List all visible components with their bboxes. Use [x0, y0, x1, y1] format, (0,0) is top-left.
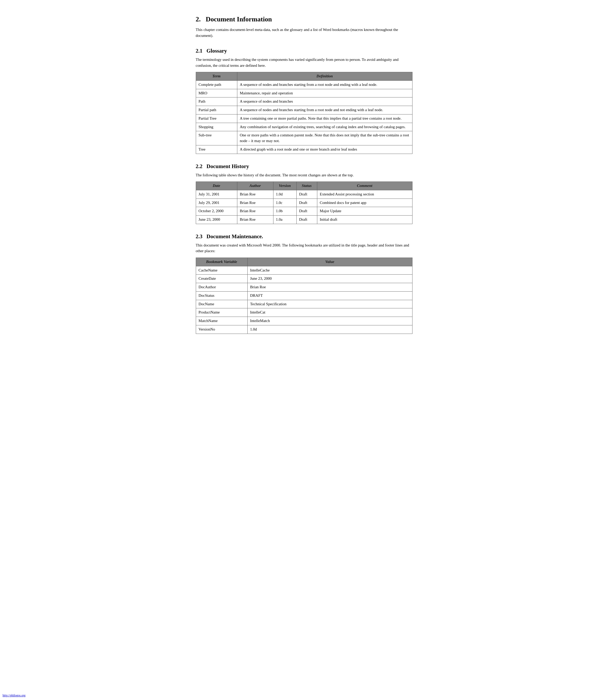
table-row: ShoppingAny combination of navigation of…	[196, 123, 412, 131]
glossary-subsection-title: Glossary	[207, 48, 227, 54]
bookmark-value: June 23, 2000	[247, 275, 412, 283]
history-col-version: Version	[273, 182, 297, 190]
table-row: VersionNo1.0d	[196, 325, 412, 334]
glossary-subsection-number: 2.1	[196, 48, 203, 54]
history-comment: Initial draft	[317, 216, 412, 224]
glossary-definition: One or more paths with a common parent n…	[237, 131, 412, 145]
glossary-table-header-row: Term Definition	[196, 72, 412, 81]
section-title: Document Information	[206, 16, 272, 23]
maintenance-heading: 2.3 Document Maintenance.	[196, 233, 413, 240]
history-status: Draft	[297, 207, 317, 216]
table-row: ProductNameIntelleCat	[196, 308, 412, 317]
history-author: Brian Roe	[237, 190, 273, 198]
history-subsection-title: Document History	[207, 163, 249, 169]
bookmark-value: 1.0d	[247, 325, 412, 334]
history-version: 1.0d	[273, 190, 297, 198]
glossary-definition: Any combination of navigation of existin…	[237, 123, 412, 131]
history-status: Draft	[297, 190, 317, 198]
glossary-definition: A sequence of nodes and branches startin…	[237, 106, 412, 115]
history-version: 1.0a	[273, 216, 297, 224]
history-intro: The following table shows the history of…	[196, 172, 413, 178]
history-col-comment: Comment	[317, 182, 412, 190]
history-comment: Extended Assist processing section	[317, 190, 412, 198]
bookmark-variable: ProductName	[196, 308, 247, 317]
bookmark-variable: MatchName	[196, 317, 247, 325]
history-comment: Combined docs for patent app	[317, 198, 412, 207]
bookmark-variable: DocAuthor	[196, 283, 247, 292]
glossary-intro: The terminology used in describing the s…	[196, 57, 413, 68]
history-col-author: Author	[237, 182, 273, 190]
bookmark-variable: DocStatus	[196, 291, 247, 300]
glossary-term: MRO	[196, 89, 237, 97]
bookmark-value: IntelleMatch	[247, 317, 412, 325]
bookmark-value: IntelleCache	[247, 266, 412, 275]
bookmark-value: IntelleCat	[247, 308, 412, 317]
bookmark-table-header-row: Bookmark Variable Value	[196, 257, 412, 266]
glossary-term: Path	[196, 97, 237, 106]
table-row: CreateDateJune 23, 2000	[196, 275, 412, 283]
history-status: Draft	[297, 198, 317, 207]
history-date: July 31, 2001	[196, 190, 237, 198]
table-row: DocAuthorBrian Roe	[196, 283, 412, 292]
glossary-definition: Maintenance, repair and operation	[237, 89, 412, 97]
maintenance-subsection-title: Document Maintenance.	[207, 233, 263, 239]
history-heading: 2.2 Document History	[196, 163, 413, 170]
bookmark-value: Brian Roe	[247, 283, 412, 292]
glossary-definition: A tree containing one or more partial pa…	[237, 114, 412, 123]
section-number: 2.	[196, 16, 201, 23]
glossary-definition: A sequence of nodes and branches startin…	[237, 80, 412, 89]
history-table-header-row: Date Author Version Status Comment	[196, 182, 412, 190]
glossary-table: Term Definition Complete pathA sequence …	[196, 72, 413, 154]
table-row: July 31, 2001Brian Roe1.0dDraftExtended …	[196, 190, 412, 198]
maintenance-subsection-number: 2.3	[196, 233, 203, 239]
glossary-term: Sub-tree	[196, 131, 237, 145]
section-intro: This chapter contains document-level met…	[196, 27, 413, 38]
history-author: Brian Roe	[237, 198, 273, 207]
history-date: July 29, 2001	[196, 198, 237, 207]
glossary-definition: A sequence of nodes and branches	[237, 97, 412, 106]
table-row: Sub-treeOne or more paths with a common …	[196, 131, 412, 145]
bookmark-table: Bookmark Variable Value CacheNameIntelle…	[196, 257, 413, 334]
history-version: 1.0b	[273, 207, 297, 216]
table-row: DocNameTechnical Specification	[196, 300, 412, 308]
bookmark-value: DRAFT	[247, 291, 412, 300]
bookmark-col-value: Value	[247, 257, 412, 266]
glossary-term: Partial path	[196, 106, 237, 115]
table-row: Partial pathA sequence of nodes and bran…	[196, 106, 412, 115]
table-row: June 23, 2000Brian Roe1.0aDraftInitial d…	[196, 216, 412, 224]
table-row: CacheNameIntelleCache	[196, 266, 412, 275]
bookmark-col-variable: Bookmark Variable	[196, 257, 247, 266]
history-col-date: Date	[196, 182, 237, 190]
glossary-heading: 2.1 Glossary	[196, 48, 413, 54]
history-date: October 2, 2000	[196, 207, 237, 216]
glossary-definition: A directed graph with a root node and on…	[237, 145, 412, 154]
table-row: MROMaintenance, repair and operation	[196, 89, 412, 97]
bookmark-variable: CacheName	[196, 266, 247, 275]
history-date: June 23, 2000	[196, 216, 237, 224]
bookmark-variable: CreateDate	[196, 275, 247, 283]
table-row: MatchNameIntelleMatch	[196, 317, 412, 325]
table-row: July 29, 2001Brian Roe1.0cDraftCombined …	[196, 198, 412, 207]
table-row: Partial TreeA tree containing one or mor…	[196, 114, 412, 123]
glossary-term: Shopping	[196, 123, 237, 131]
table-row: DocStatusDRAFT	[196, 291, 412, 300]
glossary-term: Complete path	[196, 80, 237, 89]
section-heading: 2. Document Information	[196, 16, 413, 23]
table-row: Complete pathA sequence of nodes and bra…	[196, 80, 412, 89]
bookmark-value: Technical Specification	[247, 300, 412, 308]
history-status: Draft	[297, 216, 317, 224]
history-subsection-number: 2.2	[196, 163, 203, 169]
history-table: Date Author Version Status Comment July …	[196, 181, 413, 224]
history-version: 1.0c	[273, 198, 297, 207]
history-author: Brian Roe	[237, 216, 273, 224]
glossary-term: Partial Tree	[196, 114, 237, 123]
bookmark-variable: VersionNo	[196, 325, 247, 334]
history-col-status: Status	[297, 182, 317, 190]
table-row: October 2, 2000Brian Roe1.0bDraftMajor U…	[196, 207, 412, 216]
bookmark-variable: DocName	[196, 300, 247, 308]
maintenance-intro: This document was created with Microsoft…	[196, 242, 413, 254]
glossary-col-term: Term	[196, 72, 237, 81]
history-author: Brian Roe	[237, 207, 273, 216]
table-row: TreeA directed graph with a root node an…	[196, 145, 412, 154]
table-row: PathA sequence of nodes and branches	[196, 97, 412, 106]
